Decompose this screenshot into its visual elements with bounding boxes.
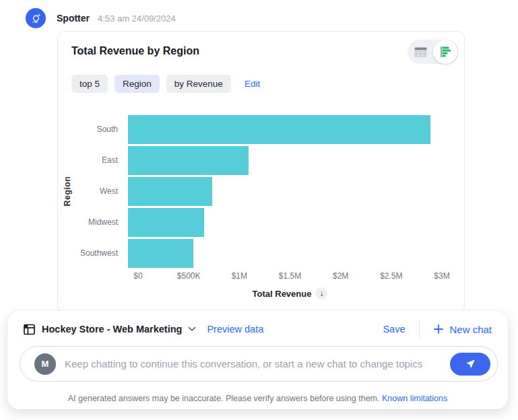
bar-south[interactable] bbox=[128, 115, 430, 144]
spotter-avatar bbox=[26, 8, 46, 28]
bar-track bbox=[128, 146, 441, 175]
x-tick-label: $2M bbox=[333, 271, 348, 281]
x-axis-title: Total Revenue ↓ bbox=[138, 287, 442, 300]
chart-rows: SouthEastWestMidwestSouthwest bbox=[58, 114, 464, 269]
known-limitations-link[interactable]: Known limitations bbox=[382, 394, 447, 403]
chart-view-button[interactable] bbox=[433, 40, 457, 64]
chips-list: top 5Regionby Revenue bbox=[71, 75, 231, 93]
app-name: Spotter bbox=[57, 13, 90, 24]
chat-header: Spotter 4:53 am 24/09/2024 bbox=[26, 8, 176, 28]
preview-data-button[interactable]: Preview data bbox=[207, 324, 263, 335]
user-avatar-initial: M bbox=[42, 359, 49, 369]
ai-disclaimer: AI generated answers may be inaccurate. … bbox=[7, 394, 508, 403]
token-chip-by-revenue[interactable]: by Revenue bbox=[166, 75, 231, 93]
token-chip-top-5[interactable]: top 5 bbox=[71, 75, 108, 93]
y-tick-label: South bbox=[58, 125, 128, 134]
chat-input[interactable] bbox=[63, 357, 445, 370]
save-button[interactable]: Save bbox=[383, 324, 405, 335]
y-tick-label: East bbox=[58, 155, 128, 165]
chart-row: East bbox=[58, 145, 464, 176]
table-view-button[interactable] bbox=[408, 40, 433, 64]
chevron-down-icon bbox=[188, 326, 196, 332]
y-tick-label: Midwest bbox=[58, 217, 128, 227]
datasource-name[interactable]: Hockey Store - Web Marketing bbox=[42, 324, 182, 335]
spotter-lightbulb-icon bbox=[30, 12, 42, 25]
table-view-icon bbox=[414, 47, 427, 57]
x-tick-label: $3M bbox=[434, 271, 449, 281]
bar-track bbox=[128, 115, 441, 144]
chart-row: West bbox=[58, 176, 464, 207]
x-tick-label: $500K bbox=[177, 271, 201, 281]
bar-east[interactable] bbox=[128, 146, 249, 175]
send-button[interactable] bbox=[450, 353, 490, 376]
divider bbox=[419, 320, 420, 338]
sort-descending-icon[interactable]: ↓ bbox=[315, 287, 327, 300]
bar-track bbox=[128, 239, 441, 268]
worksheet-icon bbox=[24, 324, 35, 335]
token-chip-region[interactable]: Region bbox=[115, 75, 160, 93]
answer-card: Total Revenue by Region top 5Reg bbox=[57, 31, 465, 314]
sort-arrow-glyph: ↓ bbox=[319, 289, 323, 298]
bar-southwest[interactable] bbox=[128, 239, 193, 268]
x-tick-label: $0 bbox=[133, 271, 142, 281]
chart-title: Total Revenue by Region bbox=[71, 45, 199, 57]
disclaimer-text: AI generated answers may be inaccurate. … bbox=[68, 394, 380, 403]
chart-row: Southwest bbox=[58, 238, 464, 269]
chart-row: Midwest bbox=[58, 207, 464, 238]
view-toggle bbox=[408, 40, 459, 64]
bar-track bbox=[128, 177, 441, 206]
chat-input-pill: M bbox=[20, 346, 498, 382]
x-tick-label: $2.5M bbox=[380, 271, 402, 281]
datasource-selector[interactable] bbox=[188, 326, 196, 332]
x-axis-title-label: Total Revenue bbox=[253, 289, 312, 299]
chat-footer-panel: Hockey Store - Web Marketing Preview dat… bbox=[7, 311, 508, 409]
send-icon bbox=[465, 358, 476, 370]
plus-icon bbox=[434, 324, 443, 334]
query-chips-row: top 5Regionby Revenue Edit bbox=[71, 75, 260, 93]
y-tick-label: Southwest bbox=[58, 248, 128, 258]
x-axis-ticks: $0$500K$1M$1.5M$2M$2.5M$3M bbox=[138, 271, 442, 282]
y-tick-label: West bbox=[58, 186, 128, 196]
x-tick-label: $1.5M bbox=[279, 271, 301, 281]
bar-west[interactable] bbox=[128, 177, 212, 206]
user-avatar: M bbox=[34, 353, 56, 375]
chart-row: South bbox=[58, 114, 464, 145]
new-chat-button[interactable]: New chat bbox=[434, 324, 492, 335]
message-timestamp: 4:53 am 24/09/2024 bbox=[98, 13, 176, 24]
datasource-row: Hockey Store - Web Marketing Preview dat… bbox=[24, 320, 492, 339]
edit-query-button[interactable]: Edit bbox=[245, 79, 260, 89]
bar-chart-view-icon bbox=[439, 46, 451, 58]
bar-midwest[interactable] bbox=[128, 208, 204, 237]
x-tick-label: $1M bbox=[232, 271, 247, 281]
bar-track bbox=[128, 208, 441, 237]
new-chat-label: New chat bbox=[449, 324, 492, 335]
